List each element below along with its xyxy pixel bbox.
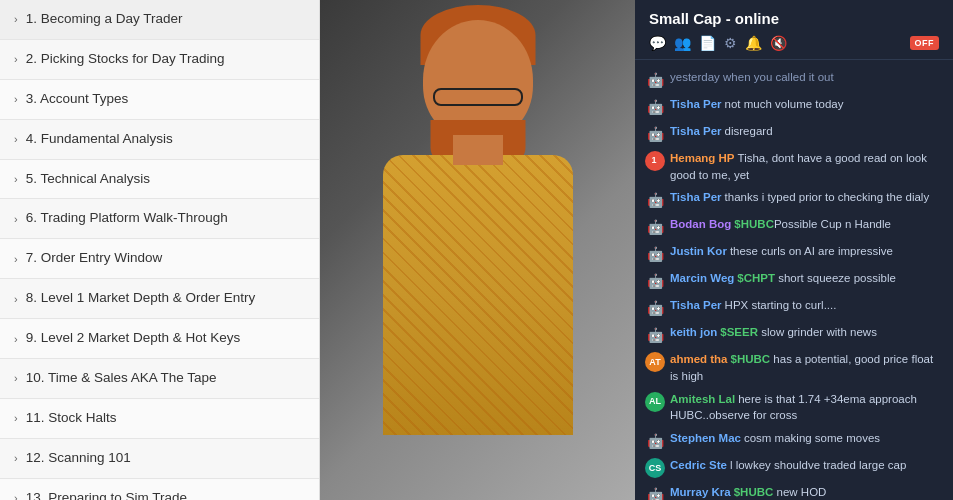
chat-toolbar: 💬 👥 📄 ⚙ 🔔 🔇 OFF: [649, 35, 939, 51]
message-content: Tisha Perthanks i typed prior to checkin…: [670, 189, 943, 206]
chevron-right-icon: ›: [14, 93, 18, 105]
message-text: yesterday when you called it out: [670, 69, 943, 86]
username: Bodan Bog: [670, 218, 731, 230]
person-neck: [453, 135, 503, 165]
username: Stephen Mac: [670, 432, 741, 444]
course-item[interactable]: ›10. Time & Sales AKA The Tape: [0, 359, 319, 399]
chat-message-row: 🤖Stephen Maccosm making some moves: [635, 427, 953, 454]
chevron-right-icon: ›: [14, 293, 18, 305]
course-item[interactable]: ›11. Stock Halts: [0, 399, 319, 439]
bell-icon[interactable]: 🔔: [745, 35, 762, 51]
stock-ticker: $HUBC: [734, 486, 774, 498]
avatar: CS: [645, 458, 665, 478]
avatar: AT: [645, 352, 665, 372]
chat-message-row: 🤖Marcin Weg$CHPT short squeeze possible: [635, 267, 953, 294]
bot-icon: 🤖: [645, 298, 665, 318]
chat-messages-list: 🤖yesterday when you called it out🤖Tisha …: [635, 60, 953, 500]
chevron-right-icon: ›: [14, 53, 18, 65]
course-title: 13. Preparing to Sim Trade: [26, 489, 187, 500]
chevron-right-icon: ›: [14, 412, 18, 424]
bot-icon: 🤖: [645, 431, 665, 451]
course-title: 9. Level 2 Market Depth & Hot Keys: [26, 329, 241, 348]
document-icon[interactable]: 📄: [699, 35, 716, 51]
stock-ticker: $CHPT: [737, 272, 775, 284]
video-panel: [320, 0, 635, 500]
chevron-right-icon: ›: [14, 253, 18, 265]
chevron-right-icon: ›: [14, 13, 18, 25]
course-item[interactable]: ›6. Trading Platform Walk-Through: [0, 199, 319, 239]
settings-icon[interactable]: ⚙: [724, 35, 737, 51]
stock-ticker: $SEER: [720, 326, 758, 338]
course-item[interactable]: ›5. Technical Analysis: [0, 160, 319, 200]
username: Marcin Weg: [670, 272, 734, 284]
message-content: Stephen Maccosm making some moves: [670, 430, 943, 447]
course-title: 3. Account Types: [26, 90, 129, 109]
bot-icon: 🤖: [645, 244, 665, 264]
chevron-right-icon: ›: [14, 133, 18, 145]
bot-icon: 🤖: [645, 190, 665, 210]
course-item[interactable]: ›3. Account Types: [0, 80, 319, 120]
username: Justin Kor: [670, 245, 727, 257]
chat-message-row: CSCedric Stel lowkey shouldve traded lar…: [635, 454, 953, 481]
chat-panel: Small Cap - online 💬 👥 📄 ⚙ 🔔 🔇 OFF 🤖yest…: [635, 0, 953, 500]
chat-message-row: 🤖Tisha PerHPX starting to curl....: [635, 294, 953, 321]
stock-ticker: $HUBC: [731, 353, 771, 365]
chat-message-row: 🤖Bodan Bog$HUBCPossible Cup n Handle: [635, 213, 953, 240]
username: Tisha Per: [670, 299, 722, 311]
users-icon[interactable]: 👥: [674, 35, 691, 51]
course-title: 8. Level 1 Market Depth & Order Entry: [26, 289, 256, 308]
message-text: short squeeze possible: [775, 272, 896, 284]
username: ahmed tha: [670, 353, 728, 365]
chat-title: Small Cap - online: [649, 10, 939, 27]
chat-header: Small Cap - online 💬 👥 📄 ⚙ 🔔 🔇 OFF: [635, 0, 953, 60]
chat-message-row: 🤖Murray Kra$HUBC new HOD: [635, 481, 953, 500]
course-title: 11. Stock Halts: [26, 409, 117, 428]
course-list: ›1. Becoming a Day Trader›2. Picking Sto…: [0, 0, 320, 500]
course-title: 1. Becoming a Day Trader: [26, 10, 183, 29]
avatar: AL: [645, 392, 665, 412]
message-text: disregard: [725, 125, 773, 137]
message-content: Marcin Weg$CHPT short squeeze possible: [670, 270, 943, 287]
course-item[interactable]: ›8. Level 1 Market Depth & Order Entry: [0, 279, 319, 319]
course-item[interactable]: ›13. Preparing to Sim Trade: [0, 479, 319, 500]
chat-message-row: 🤖keith jon$SEER slow grinder with news: [635, 321, 953, 348]
chat-message-row: 1Hemang HPTisha, dont have a good read o…: [635, 147, 953, 186]
message-content: Hemang HPTisha, dont have a good read on…: [670, 150, 943, 183]
course-item[interactable]: ›2. Picking Stocks for Day Trading: [0, 40, 319, 80]
chat-message-row: ALAmitesh Lalhere is that 1.74 +34ema ap…: [635, 388, 953, 427]
course-item[interactable]: ›1. Becoming a Day Trader: [0, 0, 319, 40]
chat-message-row: 🤖Tisha Perdisregard: [635, 120, 953, 147]
off-badge[interactable]: OFF: [910, 36, 940, 50]
chat-message-row: 🤖Tisha Pernot much volume today: [635, 93, 953, 120]
mute-icon[interactable]: 🔇: [770, 35, 787, 51]
course-item[interactable]: ›4. Fundamental Analysis: [0, 120, 319, 160]
chat-icon[interactable]: 💬: [649, 35, 666, 51]
username: Tisha Per: [670, 191, 722, 203]
bot-icon: 🤖: [645, 217, 665, 237]
username: Murray Kra: [670, 486, 731, 498]
course-item[interactable]: ›7. Order Entry Window: [0, 239, 319, 279]
course-title: 5. Technical Analysis: [26, 170, 150, 189]
message-text: new HOD: [773, 486, 826, 498]
course-item[interactable]: ›12. Scanning 101: [0, 439, 319, 479]
chat-message-row: 🤖Justin Korthese curls on AI are impress…: [635, 240, 953, 267]
bot-icon: 🤖: [645, 97, 665, 117]
avatar: 1: [645, 151, 665, 171]
stock-ticker: $HUBC: [734, 218, 774, 230]
chevron-right-icon: ›: [14, 492, 18, 500]
course-title: 6. Trading Platform Walk-Through: [26, 209, 228, 228]
course-title: 10. Time & Sales AKA The Tape: [26, 369, 217, 388]
course-title: 2. Picking Stocks for Day Trading: [26, 50, 225, 69]
course-title: 12. Scanning 101: [26, 449, 131, 468]
course-item[interactable]: ›9. Level 2 Market Depth & Hot Keys: [0, 319, 319, 359]
username: Amitesh Lal: [670, 393, 735, 405]
message-text: these curls on AI are impressive: [730, 245, 893, 257]
message-text: slow grinder with news: [758, 326, 877, 338]
shirt-pattern: [383, 155, 573, 435]
chevron-right-icon: ›: [14, 333, 18, 345]
message-text: l lowkey shouldve traded large cap: [730, 459, 906, 471]
username: Tisha Per: [670, 98, 722, 110]
username: Cedric Ste: [670, 459, 727, 471]
bot-icon: 🤖: [645, 485, 665, 500]
chat-message-row: ATahmed tha$HUBC has a potential, good p…: [635, 348, 953, 387]
